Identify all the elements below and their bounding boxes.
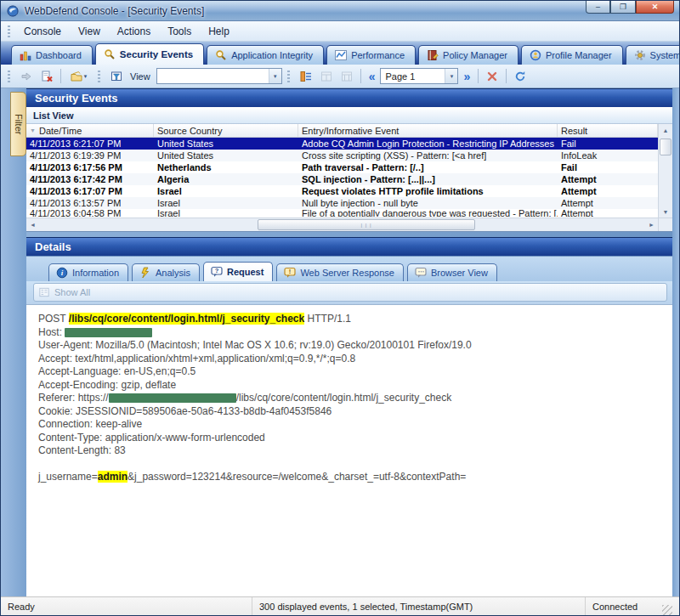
scroll-right-icon[interactable]: ► xyxy=(645,218,658,231)
page-title: Security Events xyxy=(35,92,118,105)
tab-label: Performance xyxy=(351,50,405,60)
details-tab-analysis[interactable]: Analysis xyxy=(132,263,200,281)
scroll-down-icon[interactable]: ▼ xyxy=(659,206,672,218)
tab-label: Security Events xyxy=(120,49,193,59)
refresh-button[interactable] xyxy=(511,67,530,86)
table-row[interactable]: 4/11/2013 6:21:07 PMUnited StatesAdobe C… xyxy=(26,138,658,150)
table-row[interactable]: 4/11/2013 6:17:42 PMAlgeriaSQL injection… xyxy=(26,173,658,185)
request-line: Content-Length: 83 xyxy=(38,444,664,458)
toolbar-separator xyxy=(60,69,61,83)
request-text: POST xyxy=(38,313,69,325)
tab-system-configuration[interactable]: System Configuration xyxy=(626,45,679,65)
cancel-button[interactable] xyxy=(483,67,502,86)
highlighted-text: admin xyxy=(98,471,128,483)
cell-event: Adobe CQ Admin Login Protection - Restri… xyxy=(298,138,558,150)
cell-result: Fail xyxy=(558,138,658,150)
tab-security-events[interactable]: Security Events xyxy=(95,43,204,65)
details-tab-request[interactable]: ?Request xyxy=(203,262,273,281)
config-icon xyxy=(634,49,646,61)
tab-performance[interactable]: Performance xyxy=(326,45,416,65)
menu-bar: ConsoleViewActionsToolsHelp xyxy=(1,21,679,42)
request-text: Cookie: JSESSIONID=589506ae-50a6-4133-b8… xyxy=(38,405,332,417)
column-header-date-time[interactable]: ▼Date/Time xyxy=(26,124,154,137)
details-tab-browser-view[interactable]: Browser View xyxy=(407,263,497,281)
request-line: POST /libs/cq/core/content/login.html/j_… xyxy=(38,313,664,326)
redacted-block xyxy=(65,328,152,337)
table-row[interactable]: 4/11/2013 6:19:39 PMUnited StatesCross s… xyxy=(26,150,658,161)
export-dropdown-button[interactable]: ▼ xyxy=(65,67,93,86)
horizontal-scroll-thumb[interactable]: | | | xyxy=(258,219,476,230)
card-view-button[interactable] xyxy=(337,67,356,86)
detail-view-icon xyxy=(300,71,312,82)
close-button[interactable]: ✕ xyxy=(636,1,674,14)
menu-actions[interactable]: Actions xyxy=(109,23,159,40)
table-header-row: ▼Date/TimeSource CountryEntry/Informativ… xyxy=(26,124,658,138)
column-header-result[interactable]: Result xyxy=(558,124,658,137)
next-page-button[interactable]: » xyxy=(460,71,473,82)
filter-tab-label: Filter xyxy=(14,114,24,134)
request-line: j_username=admin&j_password=123214&resou… xyxy=(38,471,664,484)
tab-profile-manager[interactable]: Profile Manager xyxy=(521,45,623,65)
filter-tab[interactable]: Filter xyxy=(10,92,26,156)
send-event-button[interactable] xyxy=(17,67,36,86)
sort-desc-icon: ▼ xyxy=(30,127,36,133)
tab-policy-manager[interactable]: Policy Manager xyxy=(418,45,518,65)
chevron-down-icon[interactable]: ▼ xyxy=(445,69,457,83)
details-tab-information[interactable]: iInformation xyxy=(48,263,128,281)
grid-view-button[interactable] xyxy=(317,67,336,86)
chevron-down-icon[interactable]: ▼ xyxy=(269,69,281,83)
view-combo[interactable]: ▼ xyxy=(156,68,282,84)
profile-icon xyxy=(530,49,541,61)
request-text: Accept-Language: en-US,en;q=0.5 xyxy=(38,365,196,377)
request-line: Accept-Language: en-US,en;q=0.5 xyxy=(38,365,664,379)
tab-application-integrity[interactable]: Application Integrity xyxy=(207,45,324,65)
menu-tools[interactable]: Tools xyxy=(159,23,200,40)
details-tab-web-server-response[interactable]: !Web Server Response xyxy=(276,263,403,281)
menu-console[interactable]: Console xyxy=(15,23,70,40)
page-combo[interactable]: Page 1 ▼ xyxy=(380,68,458,84)
table-row[interactable]: 4/11/2013 6:17:56 PMNetherlandsPath trav… xyxy=(26,161,658,173)
table-row[interactable]: 4/11/2013 6:13:57 PMIsraelNull byte inje… xyxy=(26,197,658,209)
show-all-button[interactable]: Show All xyxy=(33,283,667,302)
horizontal-scrollbar[interactable]: ◄ | | | ► xyxy=(26,218,658,231)
cell-result: Attempt xyxy=(558,209,658,217)
column-header-source-country[interactable]: Source Country xyxy=(154,124,298,137)
scroll-left-icon[interactable]: ◄ xyxy=(26,218,39,231)
cell-datetime: 4/11/2013 6:19:39 PM xyxy=(26,150,154,161)
menu-view[interactable]: View xyxy=(70,23,109,40)
column-label: Source Country xyxy=(157,126,222,136)
view-filter-icon xyxy=(107,67,126,86)
delete-event-button[interactable] xyxy=(37,67,56,86)
restore-button[interactable]: ❐ xyxy=(610,1,636,14)
horizontal-scroll-track[interactable]: | | | xyxy=(39,218,645,231)
status-ready: Ready xyxy=(1,597,252,615)
cell-country: United States xyxy=(154,138,298,150)
cell-country: Algeria xyxy=(154,173,298,185)
connection-status: Connected xyxy=(592,602,638,612)
vertical-scrollbar[interactable]: ▲ ▼ xyxy=(658,124,672,218)
tab-label: Policy Manager xyxy=(443,50,507,60)
app-window: WebDefend Console - [Security Events] – … xyxy=(0,0,680,616)
scroll-up-icon[interactable]: ▲ xyxy=(659,124,672,136)
tab-dashboard[interactable]: Dashboard xyxy=(11,45,93,65)
cell-result: Attempt xyxy=(558,197,658,209)
prev-page-button[interactable]: « xyxy=(366,71,379,82)
toolbar-separator xyxy=(478,69,479,83)
cell-event: Cross site scripting (XSS) - Pattern: [<… xyxy=(298,150,558,161)
column-header-entry-informative-event[interactable]: Entry/Informative Event xyxy=(298,124,558,137)
table-row[interactable]: 4/11/2013 6:04:58 PMIsraelFile of a pote… xyxy=(26,209,658,217)
vertical-scroll-track[interactable] xyxy=(659,136,672,206)
resize-grip[interactable] xyxy=(662,605,672,615)
details-tab-label: Web Server Response xyxy=(300,268,394,278)
toolbar-grip xyxy=(8,71,10,82)
cell-country: Netherlands xyxy=(154,161,298,173)
minimize-button[interactable]: – xyxy=(586,1,610,14)
detail-view-button[interactable] xyxy=(297,67,315,86)
request-text: &j_password=123214&resource=/welcome&_ch… xyxy=(128,471,466,483)
request-text: User-Agent: Mozilla/5.0 (Macintosh; Inte… xyxy=(38,339,472,351)
cell-datetime: 4/11/2013 6:17:56 PM xyxy=(26,161,154,173)
vertical-scroll-thumb[interactable] xyxy=(660,138,672,155)
column-label: Result xyxy=(561,126,587,136)
table-row[interactable]: 4/11/2013 6:17:07 PMIsraelRequest violat… xyxy=(26,185,658,197)
menu-help[interactable]: Help xyxy=(200,23,238,40)
